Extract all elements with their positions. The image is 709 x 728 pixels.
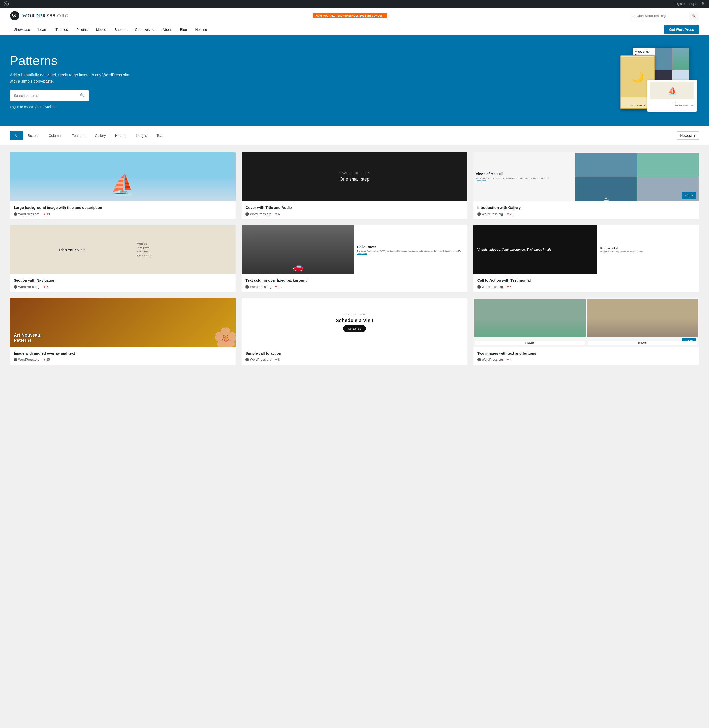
header-top: W WORDPRESS.ORG Have you taken the WordP… xyxy=(0,8,709,23)
tarot-label: THE MOON xyxy=(630,104,646,106)
nav-get-involved[interactable]: Get Involved xyxy=(131,24,159,35)
admin-bar-register[interactable]: Register xyxy=(674,2,686,6)
pattern-thumb-overlay: Art Nouveau:Patterns xyxy=(10,298,236,347)
text-bg-bg: 🚗 Hello Rover The Lunar Roving Vehicle (… xyxy=(242,225,467,274)
admin-bar: W Register Log In 🔍 xyxy=(0,0,709,8)
wp-logo[interactable]: W WORDPRESS.ORG xyxy=(10,11,69,21)
pattern-info-text-bg: Text column over fixed background WordPr… xyxy=(242,274,467,292)
pattern-source-nav: WordPress.org xyxy=(14,285,39,288)
filter-tab-images[interactable]: Images xyxy=(131,131,152,140)
wp-icon-nav xyxy=(14,285,17,288)
pattern-meta-two-images: WordPress.org ♥ 4 xyxy=(477,358,695,361)
nav-support[interactable]: Support xyxy=(110,24,131,35)
text-bg-learn-more[interactable]: Learn More xyxy=(357,252,465,255)
header-search-box: 🔍 xyxy=(630,12,699,20)
pattern-title-audio: Cover with Title and Audio xyxy=(245,205,463,210)
get-wordpress-button[interactable]: Get WordPress xyxy=(664,25,699,34)
gallery-learn-more[interactable]: Learn More → xyxy=(476,180,573,182)
nav-hosting[interactable]: Hosting xyxy=(191,24,211,35)
nav-mobile[interactable]: Mobile xyxy=(92,24,110,35)
nav-showcase[interactable]: Showcase xyxy=(10,24,34,35)
nav-blog[interactable]: Blog xyxy=(176,24,191,35)
episode-title: One small step xyxy=(340,177,369,182)
pattern-title-cta-testimonial: Call to Action with Testimonial xyxy=(477,278,695,283)
pattern-card-audio[interactable]: TRAVELOGUE EP. 5 One small step Cover wi… xyxy=(242,152,467,219)
pattern-meta-gallery: WordPress.org ♥ 26 xyxy=(477,212,695,216)
pattern-card-simple-cta[interactable]: GET IN TOUCH Schedule a Visit Contact us… xyxy=(242,298,467,365)
hero-ship-card: ⛵ ● ● ● Follow my adventures xyxy=(648,80,697,112)
pattern-source-cta-testimonial: WordPress.org xyxy=(477,285,503,288)
cta-right: Buy your ticket Reserve a ticket today, … xyxy=(598,225,699,274)
sort-dropdown[interactable]: Newest ▾ xyxy=(677,131,699,140)
pattern-thumb-text-bg: 🚗 Hello Rover The Lunar Roving Vehicle (… xyxy=(242,225,467,274)
pattern-info-cta-testimonial: Call to Action with Testimonial WordPres… xyxy=(473,274,699,292)
patterns-section: Large background image with title and de… xyxy=(0,145,709,372)
hero-content: Patterns Add a beautifully designed, rea… xyxy=(10,53,133,109)
contact-us-button[interactable]: Contact us xyxy=(343,325,366,332)
filter-tab-gallery[interactable]: Gallery xyxy=(90,131,110,140)
pattern-source-simple-cta: WordPress.org xyxy=(245,358,271,361)
two-images-bg: Flowers Insects xyxy=(473,298,699,347)
gallery-bg: Views of Mt. Fuji An exhibition of early… xyxy=(473,152,699,201)
nav-about[interactable]: About xyxy=(159,24,176,35)
cta-bg: " A truly unique artistic experience. Ea… xyxy=(473,225,699,274)
pattern-title-simple-cta: Simple call to action xyxy=(245,351,463,356)
pattern-source-sailing: WordPress.org xyxy=(14,212,39,216)
nav-learn[interactable]: Learn xyxy=(34,24,51,35)
header-search-button[interactable]: 🔍 xyxy=(689,12,699,20)
wp-icon-audio xyxy=(245,212,249,216)
heart-icon-overlay: ♥ xyxy=(43,358,45,361)
wp-logo-icon: W xyxy=(10,11,20,21)
ship-icon-2: ● xyxy=(672,101,673,103)
patterns-grid: Large background image with title and de… xyxy=(10,152,699,365)
filter-tab-columns[interactable]: Columns xyxy=(44,131,67,140)
pattern-source-audio: WordPress.org xyxy=(245,212,271,216)
admin-bar-search-icon[interactable]: 🔍 xyxy=(702,2,705,6)
pattern-card-cta-testimonial[interactable]: " A truly unique artistic experience. Ea… xyxy=(473,225,699,292)
rover-emoji: 🚗 xyxy=(292,262,303,272)
hero-search-button[interactable]: 🔍 xyxy=(76,90,89,101)
pattern-thumb-gallery: Views of Mt. Fuji An exhibition of early… xyxy=(473,152,699,201)
filter-tab-featured[interactable]: Featured xyxy=(67,131,90,140)
pattern-card-gallery[interactable]: Views of Mt. Fuji An exhibition of early… xyxy=(473,152,699,219)
filter-tab-header[interactable]: Header xyxy=(111,131,131,140)
heart-icon-audio: ♥ xyxy=(275,212,277,216)
hero-search-input[interactable] xyxy=(10,91,76,100)
ship-follow: Follow my adventures xyxy=(650,104,694,106)
pattern-likes-simple-cta: ♥ 8 xyxy=(275,358,280,361)
pattern-card-overlay[interactable]: Art Nouveau:Patterns Image with angled o… xyxy=(10,298,236,365)
admin-bar-login[interactable]: Log In xyxy=(689,2,697,6)
filter-tab-text[interactable]: Text xyxy=(152,131,168,140)
ship-social-icons: ● ● ● xyxy=(650,101,694,103)
pattern-title-two-images: Two images with text and buttons xyxy=(477,351,695,356)
hero-img-2 xyxy=(672,48,689,70)
main-header: W WORDPRESS.ORG Have you taken the WordP… xyxy=(0,8,709,35)
filter-tab-all[interactable]: All xyxy=(10,131,23,140)
cta-left: " A truly unique artistic experience. Ea… xyxy=(473,225,598,274)
pattern-card-text-bg[interactable]: 🚗 Hello Rover The Lunar Roving Vehicle (… xyxy=(242,225,467,292)
pattern-card-nav[interactable]: Plan Your Visit What's On Getting Here A… xyxy=(10,225,236,292)
pattern-thumb-sailing xyxy=(10,152,236,201)
gblock-2 xyxy=(638,153,699,177)
nav-left: Plan Your Visit xyxy=(10,225,134,274)
filter-tab-buttons[interactable]: Buttons xyxy=(23,131,44,140)
survey-banner[interactable]: Have you taken the WordPress 2021 Survey… xyxy=(313,13,387,19)
ship-icon-3: ● xyxy=(674,101,676,103)
text-bg-left: 🚗 xyxy=(242,225,354,274)
get-in-touch-label: GET IN TOUCH xyxy=(344,313,365,316)
pattern-card-sailing[interactable]: Large background image with title and de… xyxy=(10,152,236,219)
pattern-card-two-images[interactable]: Flowers Insects Copy Two images with tex… xyxy=(473,298,699,365)
overlay-bg: Art Nouveau:Patterns xyxy=(10,298,236,347)
nav-plugins[interactable]: Plugins xyxy=(72,24,92,35)
copy-button-gallery[interactable]: Copy xyxy=(682,192,696,198)
nav-themes[interactable]: Themes xyxy=(51,24,72,35)
pattern-title-overlay: Image with angled overlay and text xyxy=(14,351,232,356)
pattern-title-nav: Section with Navigation xyxy=(14,278,232,283)
pattern-likes-two-images: ♥ 4 xyxy=(507,358,512,361)
heart-icon-nav: ♥ xyxy=(43,285,45,288)
header-search-input[interactable] xyxy=(630,12,689,20)
pattern-likes-overlay: ♥ 15 xyxy=(43,358,50,361)
hero-login-link[interactable]: Log in to collect your favorites xyxy=(10,105,55,109)
pattern-meta-simple-cta: WordPress.org ♥ 8 xyxy=(245,358,463,361)
pattern-thumb-two-images: Flowers Insects Copy xyxy=(473,298,699,347)
